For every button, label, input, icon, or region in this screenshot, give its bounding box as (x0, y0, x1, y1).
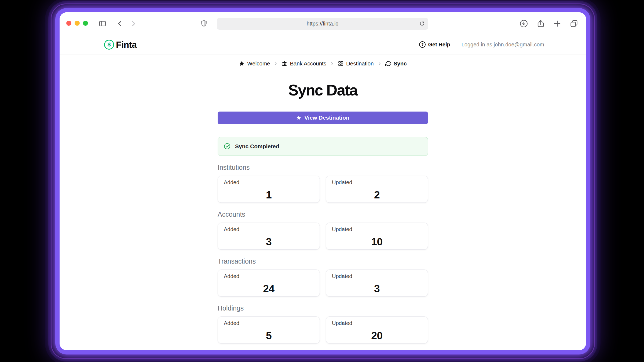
main-content: Sync Data View Destination Sync Complete… (218, 82, 428, 343)
breadcrumb-item-bank-accounts[interactable]: Bank Accounts (281, 60, 326, 67)
finta-coin-icon: $ (104, 40, 114, 50)
breadcrumb-item-sync[interactable]: Sync (385, 60, 407, 67)
site-header: $ Finta ? Get Help Logged in as john.doe… (60, 35, 586, 54)
updated-count: 10 (326, 237, 428, 247)
card-row: Added 5 Updated 20 (218, 316, 428, 343)
sidebar-toggle-button[interactable] (98, 20, 107, 28)
section-title: Transactions (218, 257, 428, 266)
zoom-button[interactable] (83, 21, 88, 26)
added-count: 5 (218, 330, 320, 341)
plus-icon (553, 19, 562, 28)
stat-label: Added (224, 273, 239, 279)
breadcrumb-label: Destination (346, 60, 374, 67)
stat-card-added: Added 1 (218, 176, 320, 203)
reload-icon (419, 21, 425, 27)
share-icon (536, 19, 545, 28)
bank-icon (281, 61, 287, 67)
stat-label: Added (224, 226, 239, 232)
star-icon (296, 115, 301, 120)
browser-window: https://finta.io (60, 12, 586, 350)
get-help-label: Get Help (428, 42, 450, 48)
tabs-icon (569, 19, 579, 28)
view-destination-label: View Destination (304, 114, 349, 121)
added-count: 24 (218, 283, 320, 294)
chevron-right-icon (377, 61, 382, 66)
stat-label: Added (224, 320, 239, 326)
section-title: Holdings (218, 304, 428, 313)
section-transactions: Transactions Added 24 Updated 3 (218, 257, 428, 297)
screenshot-stage: https://finta.io (0, 0, 644, 362)
downloads-button[interactable] (519, 19, 528, 28)
card-row: Added 1 Updated 2 (218, 176, 428, 203)
logged-in-status: Logged in as john.doe@gmail.com (462, 42, 544, 48)
sync-status-text: Sync Completed (235, 143, 279, 150)
header-right: ? Get Help Logged in as john.doe@gmail.c… (419, 41, 544, 48)
minimize-button[interactable] (75, 21, 80, 26)
address-bar[interactable]: https://finta.io (217, 18, 428, 30)
share-button[interactable] (536, 19, 545, 28)
updated-count: 20 (326, 330, 428, 341)
url-text: https://finta.io (307, 21, 339, 27)
view-destination-button[interactable]: View Destination (218, 112, 428, 124)
shield-icon (200, 19, 208, 28)
page-title: Sync Data (218, 82, 428, 99)
section-institutions: Institutions Added 1 Updated 2 (218, 163, 428, 203)
stat-card-added: Added 24 (218, 269, 320, 297)
stat-card-added: Added 3 (218, 223, 320, 250)
browser-toolbar: https://finta.io (60, 12, 586, 35)
breadcrumb: Welcome Bank Accounts Destination Sync (60, 60, 586, 67)
updated-count: 2 (326, 190, 428, 200)
stat-label: Updated (332, 179, 352, 186)
browser-window-frame: https://finta.io (60, 12, 586, 350)
chevron-left-icon (116, 20, 124, 28)
back-button[interactable] (116, 20, 124, 28)
finta-logo[interactable]: $ Finta (104, 39, 137, 50)
card-row: Added 3 Updated 10 (218, 223, 428, 250)
stat-label: Updated (332, 320, 352, 326)
new-tab-button[interactable] (553, 19, 562, 28)
breadcrumb-label: Bank Accounts (290, 60, 326, 67)
stat-label: Updated (332, 273, 352, 279)
reload-button[interactable] (419, 21, 425, 27)
breadcrumb-item-destination[interactable]: Destination (338, 60, 374, 67)
toolbar-right-actions (519, 19, 579, 28)
section-accounts: Accounts Added 3 Updated 10 (218, 210, 428, 250)
sync-status-banner: Sync Completed (218, 137, 428, 156)
section-title: Institutions (218, 163, 428, 172)
stat-card-added: Added 5 (218, 316, 320, 343)
stat-card-updated: Updated 20 (326, 316, 428, 343)
check-circle-icon (224, 143, 231, 150)
grid-icon (338, 61, 344, 67)
breadcrumb-label: Welcome (247, 60, 270, 67)
stat-card-updated: Updated 10 (326, 223, 428, 250)
tab-overview-button[interactable] (569, 19, 579, 28)
stat-card-updated: Updated 3 (326, 269, 428, 297)
breadcrumb-item-welcome[interactable]: Welcome (239, 60, 270, 67)
download-icon (519, 19, 528, 28)
help-icon: ? (419, 41, 426, 48)
star-icon (239, 61, 245, 67)
close-button[interactable] (66, 21, 71, 26)
logo-text: Finta (116, 39, 137, 50)
updated-count: 3 (326, 283, 428, 294)
chevron-right-icon (273, 61, 278, 66)
forward-button[interactable] (129, 20, 137, 28)
added-count: 3 (218, 237, 320, 247)
stat-label: Added (224, 179, 239, 186)
sync-icon (385, 61, 391, 67)
privacy-report-button[interactable] (200, 19, 208, 28)
get-help-button[interactable]: ? Get Help (419, 41, 450, 48)
section-title: Accounts (218, 210, 428, 219)
section-holdings: Holdings Added 5 Updated 20 (218, 304, 428, 343)
sidebar-icon (98, 20, 107, 28)
stat-label: Updated (332, 226, 352, 232)
stat-card-updated: Updated 2 (326, 176, 428, 203)
added-count: 1 (218, 190, 320, 200)
card-row: Added 24 Updated 3 (218, 269, 428, 297)
chevron-right-icon (129, 20, 137, 28)
traffic-lights (66, 21, 88, 26)
chevron-right-icon (330, 61, 334, 66)
breadcrumb-label: Sync (394, 60, 407, 67)
